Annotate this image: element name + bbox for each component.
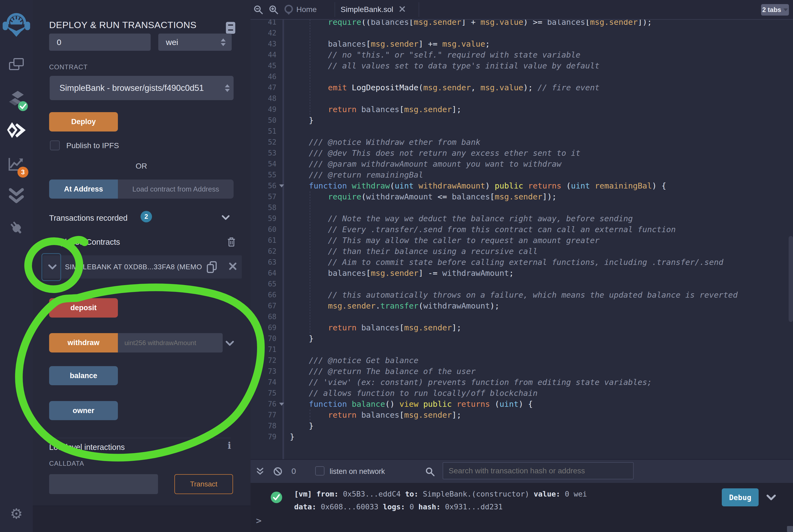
zoom-out-icon[interactable] <box>253 5 264 16</box>
file-explorer-icon[interactable] <box>0 55 33 74</box>
indent-guide <box>310 410 310 420</box>
clear-console-icon[interactable] <box>273 467 283 477</box>
publish-ipfs-checkbox[interactable] <box>50 140 60 150</box>
code-line: 68 <box>250 311 793 322</box>
code-line: 73 /// @return The balance of the user <box>250 366 793 377</box>
code-line: 71 <box>250 344 793 355</box>
tx-recorded-chevron-icon[interactable] <box>222 215 230 221</box>
publish-ipfs-label: Publish to IPFS <box>66 141 119 150</box>
contract-expand-chevron-icon[interactable] <box>48 264 57 270</box>
value-amount: 0 <box>57 38 61 47</box>
calldata-input[interactable] <box>49 474 158 494</box>
code-line: 55 /// @return remainingBal <box>250 169 793 180</box>
solidity-compiler-icon[interactable] <box>0 89 33 111</box>
tx-success-icon <box>270 491 283 505</box>
contract-selected: SimpleBank - browser/gists/f490c0d51 <box>59 83 218 93</box>
info-icon[interactable]: i <box>228 440 231 451</box>
code-line: 77 return balances[msg.sender]; <box>250 410 793 420</box>
code-line: 56 function withdraw(uint withdrawAmount… <box>250 180 793 191</box>
at-address-input[interactable]: Load contract from Address <box>118 179 233 198</box>
transact-button[interactable]: Transact <box>174 474 233 494</box>
balance-button[interactable]: balance <box>49 366 118 385</box>
withdraw-amount-input[interactable] <box>118 333 223 353</box>
copy-address-icon[interactable] <box>206 261 217 274</box>
panel-title: DEPLOY & RUN TRANSACTIONS <box>49 20 196 30</box>
code-line: 78 } <box>250 420 793 431</box>
trash-icon[interactable] <box>227 237 236 248</box>
terminal-prompt[interactable]: > <box>256 515 261 526</box>
unit-testing-icon[interactable] <box>0 187 33 205</box>
zoom-in-icon[interactable] <box>268 5 279 16</box>
terminal-scrollbar-corner[interactable] <box>787 526 793 532</box>
code-line: 74 // 'view' (ex: constant) prevents fun… <box>250 377 793 388</box>
code-line: 63 // Aim to commit state before calling… <box>250 257 793 268</box>
code-line: 49 return balances[msg.sender]; <box>250 104 793 115</box>
code-line: 59 // Note the way we deduct the balance… <box>250 213 793 224</box>
debug-button[interactable]: Debug <box>722 488 759 506</box>
log-expand-chevron-icon[interactable] <box>766 494 776 502</box>
deploy-run-icon[interactable] <box>0 119 33 141</box>
unit-value: wei <box>166 38 178 47</box>
at-address-button[interactable]: At Address <box>49 179 118 198</box>
remix-ide-window: 3 ⚙ DEPLOY & RUN TRANSACTIONS <box>0 0 793 532</box>
deposit-button[interactable]: deposit <box>49 298 118 318</box>
tx-log-entry[interactable]: [vm] from: 0x5B3...eddC4 to: SimpleBank.… <box>250 483 793 513</box>
deployed-contract-title: SIMPLEBANK AT 0XD8B...33FA8 (MEMO <box>65 263 204 271</box>
code-line: 65 <box>250 279 793 289</box>
contract-label: CONTRACT <box>49 63 88 71</box>
close-tab-icon[interactable] <box>399 5 406 14</box>
deployed-contracts-label: Deployed Contracts <box>51 238 120 247</box>
remix-logo[interactable] <box>0 8 33 40</box>
expand-terminal-icon[interactable] <box>256 467 264 477</box>
code-line: 70 } <box>250 333 793 344</box>
code-line: 61 // This may allow the caller to reque… <box>250 235 793 246</box>
code-line: 58 <box>250 202 793 213</box>
value-input[interactable]: 0 <box>49 34 151 51</box>
listen-network-label: listen on network <box>329 467 385 476</box>
fold-icon[interactable] <box>279 403 284 406</box>
code-lines: 41 require((balances[msg.sender] + msg.v… <box>250 17 793 442</box>
unit-select[interactable]: wei <box>158 34 232 51</box>
terminal-log: [vm] from: 0x5B3...eddC4 to: SimpleBank.… <box>250 483 793 532</box>
listen-network-checkbox[interactable] <box>315 466 324 476</box>
remove-contract-icon[interactable] <box>229 262 237 271</box>
fold-icon[interactable] <box>279 185 284 187</box>
indent-guide <box>310 191 310 333</box>
tx-log-line-2: data: 0x608...60033 logs: 0 hash: 0x931.… <box>294 502 503 511</box>
code-line: 72 /// @notice Get balance <box>250 355 793 366</box>
debugger-plug-icon[interactable] <box>0 218 33 238</box>
deployed-contract-row[interactable]: SIMPLEBANK AT 0XD8B...33FA8 (MEMO <box>43 255 242 279</box>
code-line: 44 // no "this." or "self." required wit… <box>250 50 793 60</box>
code-line: 47 emit LogDepositMade(msg.sender, msg.v… <box>250 82 793 93</box>
low-level-label: Low level interactions <box>49 443 125 452</box>
code-line: 45 // all values set to data type's init… <box>250 60 793 71</box>
tabs-count-button[interactable]: 2 tabs <box>761 4 789 16</box>
tab-separator <box>419 2 419 17</box>
owner-button[interactable]: owner <box>49 401 118 420</box>
tx-recorded-label: Transactions recorded <box>49 214 128 223</box>
pending-tx-count: 0 <box>291 467 296 476</box>
panel-footer <box>33 506 250 532</box>
deploy-button[interactable]: Deploy <box>49 112 118 132</box>
contract-select[interactable]: SimpleBank - browser/gists/f490c0d51 <box>50 76 233 100</box>
compiler-success-badge <box>17 101 29 113</box>
code-line: 48 <box>250 93 793 104</box>
analysis-icon[interactable]: 3 <box>0 154 33 175</box>
contract-spinner-icon <box>225 84 230 92</box>
analysis-badge: 3 <box>17 167 29 177</box>
tabs-count-label: 2 tabs <box>762 6 781 14</box>
tab-simplebank[interactable]: SimpleBank.sol <box>335 0 419 19</box>
code-line: 62 // than their balance using a recursi… <box>250 246 793 257</box>
code-line: 60 // Every .transfer/.send from this co… <box>250 224 793 235</box>
terminal-search-input[interactable] <box>442 462 634 479</box>
settings-gear-icon[interactable]: ⚙ <box>0 505 33 523</box>
file-tab-label: SimpleBank.sol <box>341 5 393 14</box>
code-editor: 41 require((balances[msg.sender] + msg.v… <box>250 0 793 459</box>
withdraw-button[interactable]: withdraw <box>49 333 118 353</box>
code-line: 69 return balances[msg.sender]; <box>250 322 793 333</box>
code-line: 53 /// @dev This does not return any exc… <box>250 148 793 158</box>
code-line: 46 <box>250 71 793 82</box>
tab-home[interactable]: Home <box>283 0 335 19</box>
withdraw-expand-chevron-icon[interactable] <box>225 341 234 346</box>
code-line: 43 balances[msg.sender] += msg.value; <box>250 38 793 50</box>
